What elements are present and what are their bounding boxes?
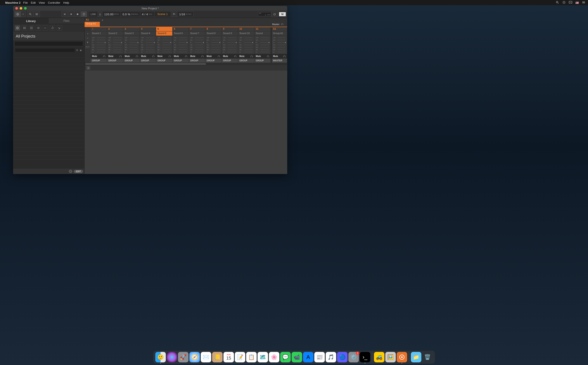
mute-button[interactable]: Mute xyxy=(238,54,254,58)
mute-button[interactable]: Mute xyxy=(189,54,205,58)
channel-name[interactable]: Sound 1 xyxy=(91,31,107,36)
routing-label[interactable]: GROUP xyxy=(156,58,172,63)
channel-meter[interactable]: -inf10 -0 -10 -20 -30 -∞- xyxy=(205,36,221,54)
headphone-icon[interactable] xyxy=(283,55,286,58)
channel-name[interactable]: Sound 2 xyxy=(107,31,123,36)
mixer-view-button[interactable] xyxy=(33,11,40,17)
add-group-button[interactable]: + xyxy=(100,18,115,27)
channel-name[interactable]: Sound 5 xyxy=(156,31,172,36)
dock-itunes[interactable]: 🎵 xyxy=(326,352,336,362)
channel-name[interactable]: Sound 8 xyxy=(205,31,221,36)
channel-meter[interactable]: -inf10 -0 -10 -20 -30 -∞- xyxy=(238,36,254,54)
browser-type-filter[interactable] xyxy=(14,41,83,46)
master-header[interactable]: Master xyxy=(271,18,287,27)
mute-button[interactable]: Mute xyxy=(222,54,238,58)
clear-search-icon[interactable]: ✕ xyxy=(76,49,78,52)
dock-mail[interactable]: ✉️ xyxy=(201,352,211,362)
dock-maps[interactable]: 🗺️ xyxy=(257,352,268,362)
search-input[interactable] xyxy=(15,49,75,52)
mixer-channel-11[interactable]: 11Sound-inf10 -0 -10 -20 -30 -∞-MuteGROU… xyxy=(255,27,271,63)
dock-siri[interactable] xyxy=(167,352,177,362)
dock-appstore[interactable]: A xyxy=(303,352,313,362)
channel-meter[interactable]: -inf10 -0 -10 -20 -30 -∞- xyxy=(255,36,271,54)
dock-finder[interactable]: 🙂 xyxy=(155,352,166,362)
channel-meter[interactable]: -inf10 -0 -10 -20 -30 -∞- xyxy=(140,36,156,54)
mixer-channel-10[interactable]: 10Sound 10-inf10 -0 -10 -20 -30 -∞-MuteG… xyxy=(238,27,255,63)
dock-downloads[interactable]: 📁 xyxy=(411,352,421,362)
channel-name[interactable]: Sound 6 xyxy=(173,31,189,36)
mixer-channel-8[interactable]: 8Sound 8-inf10 -0 -10 -20 -30 -∞-MuteGRO… xyxy=(205,27,222,63)
window-zoom-button[interactable] xyxy=(24,7,27,10)
filter-samples-icon[interactable] xyxy=(57,25,62,31)
filter-loops-icon[interactable] xyxy=(50,25,55,31)
dock-settings[interactable]: ⚙️1 xyxy=(348,352,359,362)
channel-number[interactable]: 7 xyxy=(189,27,205,31)
dock-maschine[interactable] xyxy=(397,352,407,362)
window-minimize-button[interactable] xyxy=(20,7,22,10)
airplay-icon[interactable] xyxy=(569,1,572,5)
routing-label[interactable]: GROUP xyxy=(255,58,271,63)
status-item-icon[interactable] xyxy=(562,1,566,5)
channel-number[interactable]: 10 xyxy=(238,27,254,31)
channel-meter[interactable]: -inf10 -0 -10 -20 -30 -∞- xyxy=(222,36,238,54)
record-button[interactable] xyxy=(74,11,81,17)
io-button[interactable]: IO xyxy=(85,36,90,40)
filter-projects-icon[interactable] xyxy=(15,25,20,31)
ni-logo[interactable]: NI xyxy=(279,12,286,16)
dock-app-generic-2[interactable]: 🚜 xyxy=(374,352,384,362)
dock-messages[interactable]: 💬 xyxy=(280,352,291,362)
channel-name[interactable]: Sound 4 xyxy=(140,31,156,36)
dock-app-generic-1[interactable]: 🔵 xyxy=(337,352,347,362)
channel-meter[interactable]: -inf10 -0 -10 -20 -30 -∞- xyxy=(156,36,172,54)
channel-number[interactable]: 3 xyxy=(123,27,140,31)
mixer-master-channel[interactable]: A1Group A1-inf10 -0 -10 -20 -30 -∞-MuteM… xyxy=(271,27,287,63)
info-icon[interactable]: i xyxy=(69,170,72,173)
routing-label[interactable]: GROUP xyxy=(91,58,107,63)
headphone-icon[interactable] xyxy=(168,55,171,58)
menu-help[interactable]: Help xyxy=(63,1,69,4)
channel-number[interactable]: 4 xyxy=(140,27,156,31)
dock-reminders[interactable]: 📋 xyxy=(246,352,257,362)
channel-meter[interactable]: -inf10 -0 -10 -20 -30 -∞- xyxy=(189,36,205,54)
power-button[interactable] xyxy=(271,11,278,17)
menu-view[interactable]: View xyxy=(39,1,45,4)
mixer-channel-2[interactable]: 2Sound 2-inf10 -0 -10 -20 -30 -∞-MuteGRO… xyxy=(107,27,123,63)
channel-name[interactable]: Group A1 xyxy=(272,31,287,36)
mixer-channel-9[interactable]: 9Sound 9-inf10 -0 -10 -20 -30 -∞-MuteGRO… xyxy=(222,27,238,63)
dock-news[interactable]: 📰 xyxy=(314,352,325,362)
headphone-icon[interactable] xyxy=(250,55,253,58)
mixer-channel-5[interactable]: 5Sound 5-inf10 -0 -10 -20 -30 -∞-MuteGRO… xyxy=(156,27,173,63)
favorites-icon[interactable]: ★ xyxy=(79,49,82,52)
menu-extras-icon[interactable] xyxy=(582,1,585,5)
channel-number[interactable]: 2 xyxy=(107,27,123,31)
search-button[interactable] xyxy=(27,11,34,17)
dock-photos[interactable]: 🌸 xyxy=(269,352,279,362)
window-close-button[interactable] xyxy=(15,7,18,10)
edit-button[interactable]: EDIT xyxy=(74,170,83,173)
mute-button[interactable]: Mute xyxy=(156,54,172,58)
link-button[interactable]: LINK xyxy=(89,11,98,17)
channel-number[interactable]: 8 xyxy=(205,27,221,31)
menu-controller[interactable]: Controller xyxy=(48,1,60,4)
headphone-icon[interactable] xyxy=(218,55,220,58)
headphone-icon[interactable] xyxy=(152,55,155,58)
tab-files[interactable]: Files xyxy=(49,18,84,24)
scene-display[interactable]: Scene 1 xyxy=(154,11,171,17)
headphone-icon[interactable] xyxy=(185,55,187,58)
dock-trash[interactable]: 🗑️ xyxy=(422,352,433,362)
filter-sounds-icon[interactable] xyxy=(29,25,34,31)
routing-label[interactable]: GROUP xyxy=(205,58,221,63)
signature-display[interactable]: 4 / 4SIG xyxy=(140,11,155,17)
mixer-channel-3[interactable]: 3Sound 3-inf10 -0 -10 -20 -30 -∞-MuteGRO… xyxy=(123,27,140,63)
routing-label[interactable]: GROUP xyxy=(107,58,123,63)
dock-safari[interactable]: 🧭 xyxy=(189,352,200,362)
headphone-icon[interactable] xyxy=(119,55,122,58)
channel-number[interactable]: 11 xyxy=(255,27,271,31)
channel-meter[interactable]: -inf10 -0 -10 -20 -30 -∞- xyxy=(91,36,107,54)
dock-facetime[interactable]: 📹 xyxy=(292,352,302,362)
app-name[interactable]: Maschine 2 xyxy=(5,1,21,4)
follow-button[interactable] xyxy=(171,11,177,17)
arranger-area[interactable] xyxy=(85,70,287,174)
routing-label[interactable]: GROUP xyxy=(189,58,205,63)
filter-groups-icon[interactable] xyxy=(22,25,27,31)
